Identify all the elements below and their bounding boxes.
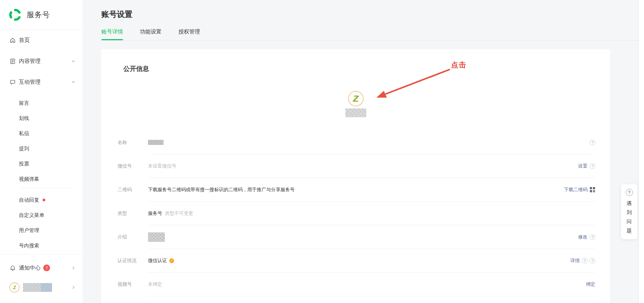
download-qrcode-link[interactable]: 下载二维码 — [564, 187, 588, 193]
sidebar-item-home[interactable]: 首页 — [0, 30, 82, 51]
sidebar-item-custom-menu[interactable]: 自定义菜单 — [0, 207, 82, 223]
sidebar-divider — [0, 254, 82, 255]
sidebar-item-user-mgmt[interactable]: 用户管理 — [0, 223, 82, 238]
question-circle-icon: ? — [626, 189, 633, 196]
set-wechat-id-link[interactable]: 设置 — [578, 163, 588, 169]
intro-value-blurred — [148, 232, 165, 242]
interaction-submenu: 留言 划线 私信 提到 投票 视频弹幕 — [0, 95, 82, 186]
chevron-down-icon — [71, 59, 76, 64]
main-content: 账号设置 账号详情 功能设置 授权管理 公开信息 Z 点击 名称 ? — [82, 0, 638, 303]
sidebar-item-label: 互动管理 — [19, 79, 41, 86]
account-name-blurred — [23, 283, 52, 292]
tab-authorization-mgmt[interactable]: 授权管理 — [178, 28, 200, 40]
sidebar-item-label: 内容管理 — [19, 58, 41, 65]
tab-account-details[interactable]: 账号详情 — [101, 28, 123, 40]
account-name-blurred — [345, 108, 366, 117]
chevron-right-icon — [71, 266, 76, 270]
account-type-note: 类型不可变更 — [165, 210, 193, 217]
form-row-name: 名称 ? — [101, 131, 610, 154]
help-icon[interactable]: ? — [590, 234, 595, 240]
tab-bar: 账号详情 功能设置 授权管理 — [101, 28, 638, 41]
form-row-channels: 视频号 未绑定 绑定 — [101, 273, 610, 296]
help-icon[interactable]: ? — [590, 140, 595, 145]
document-icon — [9, 58, 16, 65]
form-row-wechat-id: 微信号 未设置微信号 设置 ? — [101, 154, 610, 178]
wechat-official-logo-icon — [9, 8, 22, 21]
section-title: 公开信息 — [123, 65, 610, 73]
chat-bubble-icon — [9, 79, 16, 85]
sidebar-item-account-search[interactable]: 号内搜索 — [0, 238, 82, 253]
sidebar-item-auto-reply[interactable]: 自动回复 — [0, 192, 82, 207]
scrollbar[interactable] — [638, 0, 644, 303]
chevron-right-icon — [71, 285, 76, 290]
bind-channels-link[interactable]: 绑定 — [586, 281, 595, 287]
tools-submenu: 自动回复 自定义菜单 用户管理 号内搜索 — [0, 192, 82, 253]
form-row-intro: 介绍 修改 ? — [101, 225, 610, 249]
sidebar-item-content-mgmt[interactable]: 内容管理 — [0, 51, 82, 72]
name-value-blurred — [148, 140, 164, 145]
annotation-click-label: 点击 — [451, 60, 467, 70]
help-icon[interactable]: ? — [582, 258, 588, 263]
notification-badge: 7 — [43, 264, 50, 271]
app-logo-row: 服务号 — [0, 0, 82, 30]
app-title: 服务号 — [27, 10, 50, 20]
sidebar-item-notification-center[interactable]: 通知中心 7 — [0, 259, 82, 276]
verification-details-link[interactable]: 详情 — [570, 258, 580, 264]
unread-dot — [43, 199, 45, 201]
account-form: 名称 ? 微信号 未设置微信号 设置 ? — [101, 131, 610, 296]
account-avatar: Z — [9, 282, 20, 293]
sidebar-divider — [19, 188, 71, 188]
public-info-card: 公开信息 Z 点击 名称 ? 微信号 未 — [101, 49, 610, 303]
form-row-verification: 认证情况 微信认证 ✓ 详情 ? ? — [101, 249, 610, 273]
home-icon — [9, 37, 16, 44]
help-icon[interactable]: ? — [590, 163, 595, 169]
sidebar-item-label: 首页 — [19, 37, 30, 44]
help-floating-panel[interactable]: ? 遇 到 问 题 — [621, 184, 637, 239]
form-row-qrcode: 二维码 下载服务号二维码或带有搜一搜标识的二维码，用于推广与分享服务号 下载二维… — [101, 178, 610, 202]
sidebar-item-votes[interactable]: 投票 — [0, 156, 82, 171]
sidebar-item-comments[interactable]: 留言 — [0, 95, 82, 110]
verified-check-icon: ✓ — [169, 258, 174, 263]
account-logo-avatar[interactable]: Z — [348, 91, 364, 106]
channels-status: 未绑定 — [148, 281, 162, 287]
sidebar-account-row[interactable]: Z — [0, 279, 82, 296]
page-title: 账号设置 — [82, 0, 638, 20]
chevron-up-icon — [71, 80, 76, 84]
sidebar-item-underline[interactable]: 划线 — [0, 110, 82, 126]
wechat-id-placeholder: 未设置微信号 — [148, 163, 176, 169]
account-type-value: 服务号 — [148, 210, 162, 217]
notification-label: 通知中心 — [19, 264, 41, 272]
sidebar-item-mentions[interactable]: 提到 — [0, 141, 82, 156]
verification-status: 微信认证 — [148, 258, 167, 264]
sidebar-item-video-danmu[interactable]: 视频弹幕 — [0, 171, 82, 186]
sidebar-item-private-msg[interactable]: 私信 — [0, 126, 82, 141]
bell-icon — [9, 265, 16, 271]
qrcode-description: 下载服务号二维码或带有搜一搜标识的二维码，用于推广与分享服务号 — [148, 187, 295, 193]
help-icon[interactable]: ? — [590, 258, 595, 263]
sidebar-item-interaction-mgmt[interactable]: 互动管理 — [0, 72, 82, 93]
form-row-type: 类型 服务号 类型不可变更 — [101, 202, 610, 225]
tab-feature-settings[interactable]: 功能设置 — [140, 28, 162, 40]
modify-intro-link[interactable]: 修改 — [578, 234, 588, 240]
sidebar: 服务号 首页 内容管理 互动管理 留言 划线 私信 提到 投票 视频弹幕 — [0, 0, 82, 303]
qrcode-icon[interactable] — [590, 187, 595, 193]
